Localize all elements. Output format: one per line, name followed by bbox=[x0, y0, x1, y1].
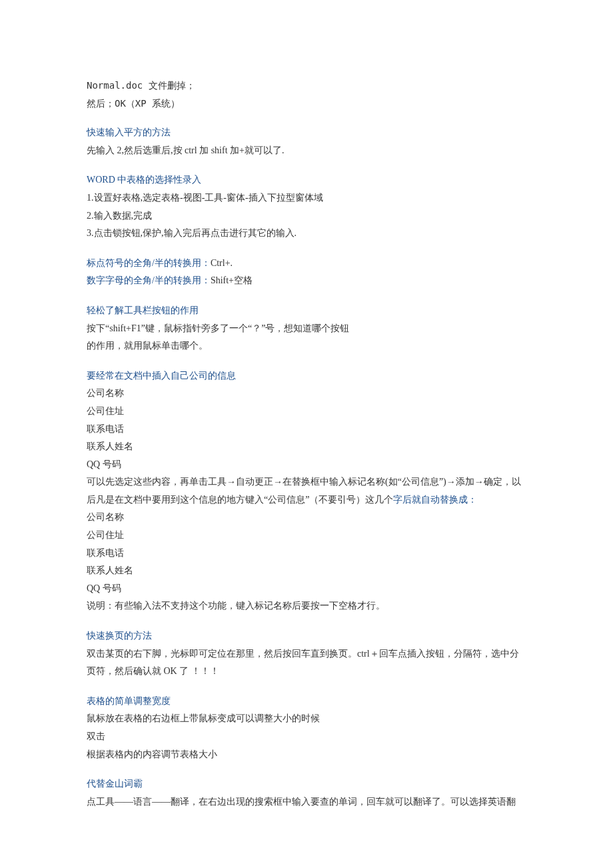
section-quick-page: 快速换页的方法 双击某页的右下脚，光标即可定位在那里，然后按回车直到换页。ctr… bbox=[87, 627, 526, 681]
body-company-3: 联系电话 bbox=[87, 421, 526, 439]
line-punct-toggle: 标点符号的全角/半的转换用：Ctrl+. bbox=[87, 255, 526, 273]
heading-alpha-toggle: 数字字母的全角/半的转换用： bbox=[87, 275, 211, 285]
section-table-width: 表格的简单调整宽度 鼠标放在表格的右边框上带鼠标变成可以调整大小的时候 双击 根… bbox=[87, 693, 526, 763]
body-word-table-2: 2.输入数据,完成 bbox=[87, 207, 526, 225]
section-company-info: 要经常在文档中插入自己公司的信息 公司名称 公司住址 联系电话 联系人姓名 QQ… bbox=[87, 367, 526, 615]
section-toolbar-help: 轻松了解工具栏按钮的作用 按下“shift+F1”键，鼠标指针旁多了一个“？”号… bbox=[87, 302, 526, 355]
body-company-2: 公司住址 bbox=[87, 403, 526, 421]
body-quick-page-1: 双击某页的右下脚，光标即可定位在那里，然后按回车直到换页。ctrl＋回车点插入按… bbox=[87, 649, 519, 677]
intro-section: Normal.doc 文件删掉； 然后；OK（XP 系统） bbox=[87, 77, 526, 112]
body-word-table-1: 1.设置好表格,选定表格-视图-工具-窗体-插入下拉型窗体域 bbox=[87, 189, 526, 207]
heading-company-info: 要经常在文档中插入自己公司的信息 bbox=[87, 367, 526, 385]
body-company-6b: 字后就自动替换成： bbox=[393, 495, 477, 505]
section-fullwidth-toggle: 标点符号的全角/半的转换用：Ctrl+. 数字字母的全角/半的转换用：Shift… bbox=[87, 255, 526, 290]
tail-alpha-toggle: Shift+空格 bbox=[211, 275, 253, 285]
body-table-width-1: 鼠标放在表格的右边框上带鼠标变成可以调整大小的时候 bbox=[87, 710, 526, 728]
section-dictionary: 代替金山词霸 点工具——语言——翻译，在右边出现的搜索框中输入要查的单词，回车就… bbox=[87, 775, 526, 811]
heading-punct-toggle: 标点符号的全角/半的转换用： bbox=[87, 258, 211, 268]
body-table-width-3: 根据表格内的内容调节表格大小 bbox=[87, 746, 526, 764]
body-company-7: 公司名称 bbox=[87, 509, 526, 527]
body-toolbar-help-1: 按下“shift+F1”键，鼠标指针旁多了一个“？”号，想知道哪个按钮 bbox=[87, 320, 526, 338]
body-square-input-1: 先输入 2,然后选重后,按 ctrl 加 shift 加+就可以了. bbox=[87, 142, 526, 160]
body-company-5: QQ 号码 bbox=[87, 456, 526, 474]
intro-line-2: 然后；OK（XP 系统） bbox=[87, 95, 526, 113]
body-dictionary-1: 点工具——语言——翻译，在右边出现的搜索框中输入要查的单词，回车就可以翻译了。可… bbox=[87, 797, 516, 807]
heading-quick-page: 快速换页的方法 bbox=[87, 627, 526, 645]
body-word-table-3: 3.点击锁按钮,保护,输入完后再点击进行其它的输入. bbox=[87, 225, 526, 243]
body-company-4: 联系人姓名 bbox=[87, 438, 526, 456]
heading-square-input: 快速输入平方的方法 bbox=[87, 124, 526, 142]
body-company-9: 联系电话 bbox=[87, 545, 526, 563]
body-company-1: 公司名称 bbox=[87, 385, 526, 403]
tail-punct-toggle: Ctrl+. bbox=[211, 258, 233, 268]
heading-toolbar-help: 轻松了解工具栏按钮的作用 bbox=[87, 302, 526, 320]
body-toolbar-help-2: 的作用，就用鼠标单击哪个。 bbox=[87, 337, 526, 355]
heading-dictionary: 代替金山词霸 bbox=[87, 775, 526, 793]
body-company-11: QQ 号码 bbox=[87, 580, 526, 598]
section-square-input: 快速输入平方的方法 先输入 2,然后选重后,按 ctrl 加 shift 加+就… bbox=[87, 124, 526, 159]
heading-table-width: 表格的简单调整宽度 bbox=[87, 693, 526, 711]
line-alpha-toggle: 数字字母的全角/半的转换用：Shift+空格 bbox=[87, 272, 526, 290]
body-company-8: 公司住址 bbox=[87, 527, 526, 545]
heading-word-table: WORD 中表格的选择性录入 bbox=[87, 171, 526, 189]
body-table-width-2: 双击 bbox=[87, 728, 526, 746]
body-company-10: 联系人姓名 bbox=[87, 562, 526, 580]
intro-line-1: Normal.doc 文件删掉； bbox=[87, 77, 526, 95]
body-company-12: 说明：有些输入法不支持这个功能，键入标记名称后要按一下空格才行。 bbox=[87, 597, 526, 615]
section-word-table: WORD 中表格的选择性录入 1.设置好表格,选定表格-视图-工具-窗体-插入下… bbox=[87, 171, 526, 242]
